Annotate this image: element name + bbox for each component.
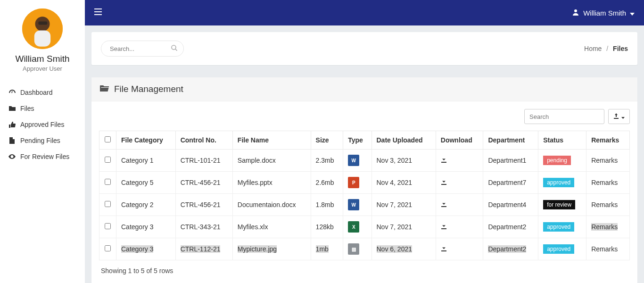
svg-rect-2 [34, 30, 50, 46]
eye-icon [8, 154, 16, 159]
download-icon[interactable] [441, 245, 447, 253]
panel-header: File Management [91, 77, 637, 101]
filetype-icon: W [348, 199, 359, 210]
sidebar-item-for-review-files[interactable]: For Review Files [0, 149, 85, 165]
cell-category: Category 3 [116, 216, 176, 238]
download-icon[interactable] [441, 223, 447, 231]
col-header[interactable]: Date Uploaded [372, 131, 436, 150]
col-header[interactable]: Type [343, 131, 372, 150]
cell-status: approved [538, 172, 586, 194]
thumbs-up-icon [8, 122, 16, 128]
cell-status: pending [538, 150, 586, 172]
avatar [22, 8, 63, 49]
col-header[interactable] [99, 131, 116, 150]
sidebar-item-approved-files[interactable]: Approved Files [0, 117, 85, 133]
caret-down-icon [621, 113, 625, 120]
sidebar-item-label: For Review Files [20, 153, 69, 160]
cell-download [436, 150, 483, 172]
cell-dept: Department2 [483, 238, 538, 260]
user-menu[interactable]: William Smith [572, 8, 635, 17]
col-header[interactable]: Remarks [586, 131, 630, 150]
table-row: Category 5CTRL-456-21Myfiles.pptx2.6mbPN… [99, 172, 630, 194]
row-checkbox[interactable] [105, 245, 111, 251]
export-button[interactable] [608, 109, 630, 124]
cell-remarks: Remarks [586, 238, 630, 260]
select-all-checkbox[interactable] [105, 136, 111, 142]
row-checkbox[interactable] [105, 223, 111, 229]
cell-status: for review [538, 194, 586, 216]
cell-category: Category 2 [116, 194, 176, 216]
cell-type: X [343, 216, 372, 238]
sidebar-item-pending-files[interactable]: Pending Files [0, 133, 85, 149]
table-toolbar [99, 109, 630, 124]
svg-point-4 [574, 9, 577, 12]
cell-control: CTRL-112-21 [175, 238, 232, 260]
breadcrumb-current: Files [613, 45, 628, 52]
svg-rect-3 [38, 22, 47, 25]
table-row: Category 3CTRL-112-21Mypicture.jpg1mb▧No… [99, 238, 630, 260]
col-header[interactable]: Department [483, 131, 538, 150]
download-icon[interactable] [441, 157, 447, 164]
col-header[interactable]: Status [538, 131, 586, 150]
col-header[interactable]: File Name [232, 131, 311, 150]
sidebar: William Smith Approver User DashboardFil… [0, 0, 85, 283]
cell-remarks: Remarks [586, 150, 630, 172]
filetype-icon: ▧ [348, 243, 359, 255]
cell-download [436, 238, 483, 260]
cell-category: Category 5 [116, 172, 176, 194]
cell-size: 128kb [311, 216, 343, 238]
sidebar-item-label: Files [20, 105, 34, 112]
nav: DashboardFilesApproved FilesPending File… [0, 84, 85, 165]
breadcrumb-parent[interactable]: Home [584, 45, 602, 52]
cell-date: Nov 6, 2021 [372, 238, 436, 260]
status-badge: approved [543, 244, 574, 254]
col-header[interactable]: Download [436, 131, 483, 150]
row-checkbox[interactable] [105, 179, 111, 185]
top-card: Home / Files [91, 32, 637, 65]
download-icon[interactable] [441, 179, 447, 186]
cell-date: Nov 7, 2021 [372, 194, 436, 216]
row-checkbox[interactable] [105, 201, 111, 207]
cell-status: approved [538, 216, 586, 238]
download-icon[interactable] [441, 201, 447, 208]
cell-file: Myfiles.pptx [232, 172, 311, 194]
col-header[interactable]: Control No. [175, 131, 232, 150]
folder-icon [8, 106, 16, 111]
hamburger-icon[interactable] [94, 8, 102, 17]
cell-type: ▧ [343, 238, 372, 260]
table-search-input[interactable] [524, 109, 604, 124]
cell-dept: Department1 [483, 150, 538, 172]
search-icon[interactable] [171, 45, 177, 52]
cell-control: CTRL-343-21 [175, 216, 232, 238]
panel-title: File Management [114, 84, 183, 94]
cell-remarks: Remarks [586, 194, 630, 216]
sidebar-item-dashboard[interactable]: Dashboard [0, 84, 85, 100]
cell-type: P [343, 172, 372, 194]
cell-file: Sample.docx [232, 150, 311, 172]
filetype-icon: W [348, 155, 359, 166]
cell-control: CTRL-456-21 [175, 172, 232, 194]
row-checkbox[interactable] [105, 157, 111, 163]
sidebar-item-label: Approved Files [20, 121, 64, 128]
cell-file: Documentaion.docx [232, 194, 311, 216]
cell-download [436, 216, 483, 238]
cell-dept: Department7 [483, 172, 538, 194]
status-badge: pending [543, 156, 571, 165]
profile-role: Approver User [5, 65, 80, 72]
cell-dept: Department2 [483, 216, 538, 238]
topbar: William Smith [85, 0, 644, 25]
filetype-icon: P [348, 177, 359, 188]
cell-date: Nov 3, 2021 [372, 150, 436, 172]
cell-status: approved [538, 238, 586, 260]
cell-category: Category 1 [116, 150, 176, 172]
cell-type: W [343, 150, 372, 172]
cell-file: Mypicture.jpg [232, 238, 311, 260]
col-header[interactable]: Size [311, 131, 343, 150]
table-row: Category 2CTRL-456-21Documentaion.docx1.… [99, 194, 630, 216]
sidebar-item-files[interactable]: Files [0, 100, 85, 117]
cell-size: 1mb [311, 238, 343, 260]
dashboard-icon [8, 90, 16, 95]
cell-date: Nov 7, 2021 [372, 216, 436, 238]
col-header[interactable]: File Category [116, 131, 176, 150]
filetype-icon: X [348, 221, 359, 233]
